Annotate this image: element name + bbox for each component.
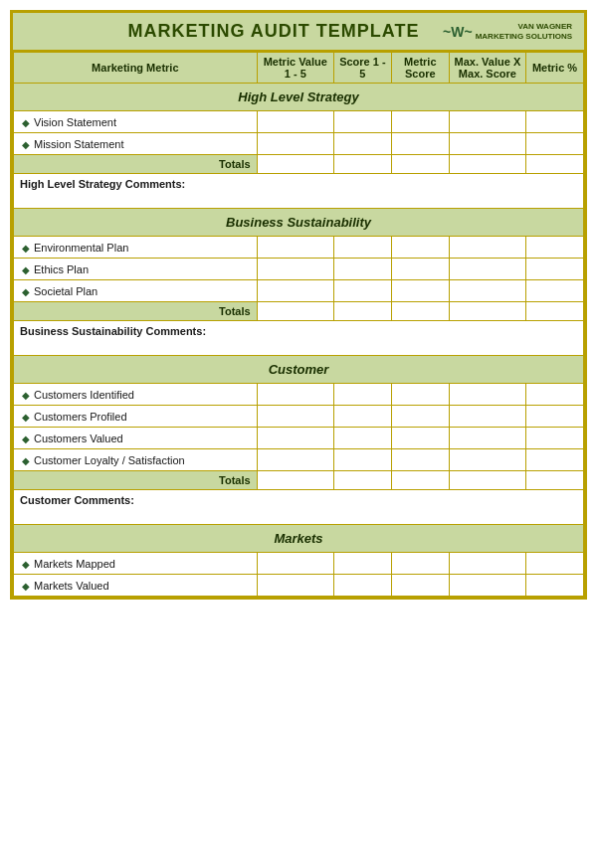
input-cell-customer-3-1[interactable] xyxy=(333,449,391,471)
input-cell-customer-2-3[interactable] xyxy=(449,428,525,449)
totals-cell-high-level-strategy-2[interactable] xyxy=(391,155,449,174)
bullet-icon: ◆ xyxy=(22,264,30,275)
totals-cell-high-level-strategy-3[interactable] xyxy=(449,155,525,174)
input-cell-markets-1-0[interactable] xyxy=(257,575,333,597)
input-cell-markets-1-4[interactable] xyxy=(526,575,584,597)
bullet-icon: ◆ xyxy=(22,117,30,128)
input-cell-customer-1-4[interactable] xyxy=(526,406,584,428)
section-header-label-customer: Customer xyxy=(14,356,584,384)
input-cell-customer-1-1[interactable] xyxy=(333,406,391,428)
input-cell-business-sustainability-2-0[interactable] xyxy=(257,280,333,302)
input-cell-high-level-strategy-1-1[interactable] xyxy=(333,133,391,155)
totals-cell-business-sustainability-0[interactable] xyxy=(257,302,333,321)
input-cell-high-level-strategy-0-2[interactable] xyxy=(391,111,449,133)
totals-cell-customer-2[interactable] xyxy=(391,471,449,490)
row-label-customer-1: ◆Customers Profiled xyxy=(14,406,258,428)
input-cell-customer-3-3[interactable] xyxy=(449,449,525,471)
input-cell-business-sustainability-1-1[interactable] xyxy=(333,259,391,280)
input-cell-business-sustainability-1-3[interactable] xyxy=(449,259,525,280)
input-cell-high-level-strategy-0-4[interactable] xyxy=(526,111,584,133)
input-cell-business-sustainability-2-1[interactable] xyxy=(333,280,391,302)
totals-cell-high-level-strategy-4[interactable] xyxy=(526,155,584,174)
row-label-customer-0: ◆Customers Identified xyxy=(14,384,258,406)
bullet-icon: ◆ xyxy=(22,581,30,592)
page-container: MARKETING AUDIT TEMPLATE ~W~ VAN WAGNER … xyxy=(10,10,587,600)
input-cell-business-sustainability-0-3[interactable] xyxy=(449,237,525,259)
input-cell-customer-1-2[interactable] xyxy=(391,406,449,428)
totals-cell-business-sustainability-4[interactable] xyxy=(526,302,584,321)
section-header-label-high-level-strategy: High Level Strategy xyxy=(14,84,584,111)
totals-cell-business-sustainability-2[interactable] xyxy=(391,302,449,321)
input-cell-markets-0-4[interactable] xyxy=(526,553,584,575)
input-cell-business-sustainability-2-3[interactable] xyxy=(449,280,525,302)
input-cell-high-level-strategy-0-1[interactable] xyxy=(333,111,391,133)
bullet-icon: ◆ xyxy=(22,243,30,254)
totals-cell-customer-0[interactable] xyxy=(257,471,333,490)
input-cell-customer-3-0[interactable] xyxy=(257,449,333,471)
input-cell-markets-1-2[interactable] xyxy=(391,575,449,597)
input-cell-customer-1-3[interactable] xyxy=(449,406,525,428)
input-cell-business-sustainability-1-2[interactable] xyxy=(391,259,449,280)
row-label-business-sustainability-2: ◆Societal Plan xyxy=(14,280,258,302)
input-cell-business-sustainability-1-0[interactable] xyxy=(257,259,333,280)
input-cell-customer-2-0[interactable] xyxy=(257,428,333,449)
totals-cell-customer-3[interactable] xyxy=(449,471,525,490)
input-cell-business-sustainability-0-2[interactable] xyxy=(391,237,449,259)
totals-cell-customer-4[interactable] xyxy=(526,471,584,490)
input-cell-markets-1-3[interactable] xyxy=(449,575,525,597)
totals-cell-business-sustainability-3[interactable] xyxy=(449,302,525,321)
logo-line1: VAN WAGNER xyxy=(476,22,572,32)
input-cell-high-level-strategy-1-3[interactable] xyxy=(449,133,525,155)
input-cell-customer-0-3[interactable] xyxy=(449,384,525,406)
section-header-label-markets: Markets xyxy=(14,525,584,553)
section-header-label-business-sustainability: Business Sustainability xyxy=(14,209,584,237)
input-cell-customer-3-2[interactable] xyxy=(391,449,449,471)
totals-label-high-level-strategy: Totals xyxy=(14,155,258,174)
row-label-markets-0: ◆Markets Mapped xyxy=(14,553,258,575)
input-cell-customer-0-1[interactable] xyxy=(333,384,391,406)
table-row: ◆Markets Mapped xyxy=(14,553,584,575)
input-cell-business-sustainability-2-4[interactable] xyxy=(526,280,584,302)
table-row: ◆Societal Plan xyxy=(14,280,584,302)
totals-cell-business-sustainability-1[interactable] xyxy=(333,302,391,321)
row-label-high-level-strategy-1: ◆Mission Statement xyxy=(14,133,258,155)
table-row: ◆Customers Profiled xyxy=(14,406,584,428)
input-cell-markets-0-0[interactable] xyxy=(257,553,333,575)
page-title: MARKETING AUDIT TEMPLATE xyxy=(104,21,443,42)
totals-row-high-level-strategy: Totals xyxy=(14,155,584,174)
input-cell-customer-2-1[interactable] xyxy=(333,428,391,449)
comments-row-business-sustainability: Business Sustainability Comments: xyxy=(14,321,584,356)
input-cell-business-sustainability-0-0[interactable] xyxy=(257,237,333,259)
bullet-icon: ◆ xyxy=(22,286,30,297)
input-cell-business-sustainability-0-1[interactable] xyxy=(333,237,391,259)
input-cell-customer-0-4[interactable] xyxy=(526,384,584,406)
input-cell-business-sustainability-2-2[interactable] xyxy=(391,280,449,302)
col-metric-value: Metric Value 1 - 5 xyxy=(257,53,333,84)
input-cell-customer-1-0[interactable] xyxy=(257,406,333,428)
input-cell-customer-0-2[interactable] xyxy=(391,384,449,406)
col-max-value: Max. Value X Max. Score xyxy=(449,53,525,84)
input-cell-markets-0-1[interactable] xyxy=(333,553,391,575)
input-cell-customer-0-0[interactable] xyxy=(257,384,333,406)
totals-label-business-sustainability: Totals xyxy=(14,302,258,321)
table-row: ◆Ethics Plan xyxy=(14,259,584,280)
totals-cell-high-level-strategy-1[interactable] xyxy=(333,155,391,174)
input-cell-markets-0-2[interactable] xyxy=(391,553,449,575)
input-cell-high-level-strategy-1-2[interactable] xyxy=(391,133,449,155)
totals-cell-customer-1[interactable] xyxy=(333,471,391,490)
input-cell-markets-0-3[interactable] xyxy=(449,553,525,575)
input-cell-high-level-strategy-0-0[interactable] xyxy=(257,111,333,133)
input-cell-customer-2-2[interactable] xyxy=(391,428,449,449)
title-bar: MARKETING AUDIT TEMPLATE ~W~ VAN WAGNER … xyxy=(13,13,584,52)
input-cell-markets-1-1[interactable] xyxy=(333,575,391,597)
input-cell-customer-3-4[interactable] xyxy=(526,449,584,471)
input-cell-high-level-strategy-1-0[interactable] xyxy=(257,133,333,155)
bullet-icon: ◆ xyxy=(22,390,30,401)
input-cell-business-sustainability-1-4[interactable] xyxy=(526,259,584,280)
input-cell-high-level-strategy-1-4[interactable] xyxy=(526,133,584,155)
input-cell-customer-2-4[interactable] xyxy=(526,428,584,449)
input-cell-high-level-strategy-0-3[interactable] xyxy=(449,111,525,133)
row-label-business-sustainability-0: ◆Environmental Plan xyxy=(14,237,258,259)
totals-cell-high-level-strategy-0[interactable] xyxy=(257,155,333,174)
input-cell-business-sustainability-0-4[interactable] xyxy=(526,237,584,259)
